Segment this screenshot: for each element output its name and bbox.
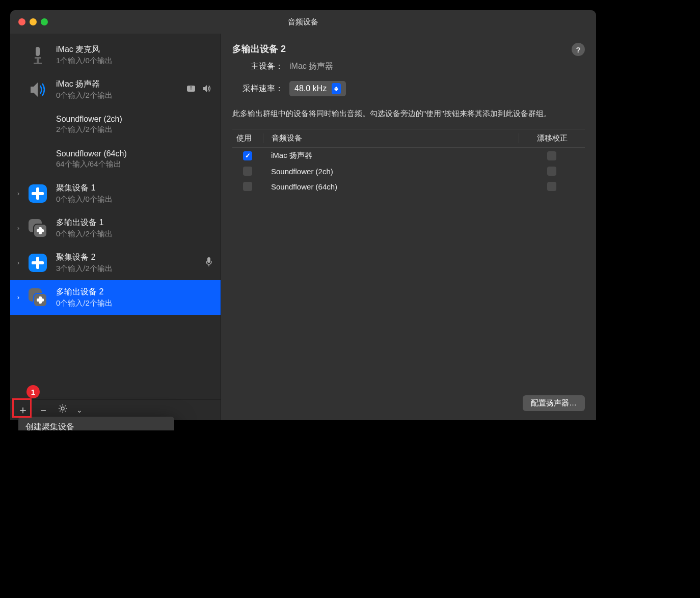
chevron-right-icon[interactable]: › [17, 259, 19, 266]
sample-rate-label: 采样速率： [232, 84, 283, 94]
remove-button[interactable]: － [38, 402, 49, 418]
svg-rect-1 [35, 57, 41, 59]
microphone-icon [26, 44, 49, 66]
use-checkbox[interactable] [243, 151, 252, 160]
device-soundflower-2ch[interactable]: Soundflower (2ch) 2个输入/2个输出 [10, 107, 221, 142]
device-name: 聚集设备 2 [56, 252, 205, 263]
configure-speakers-button[interactable]: 配置扬声器… [523, 395, 585, 411]
panel-title: 多输出设备 2 [232, 43, 572, 55]
audio-devices-window: 音频设备 iMac 麦克风 1个输入/0个输出 [10, 10, 596, 420]
svg-line-30 [65, 405, 66, 406]
drift-checkbox[interactable] [547, 182, 556, 191]
microphone-small-icon [205, 257, 212, 269]
window-title: 音频设备 [10, 17, 596, 27]
chevron-right-icon[interactable]: › [17, 225, 19, 232]
device-multi-output-2[interactable]: › 多输出设备 2 0个输入/2个输出 [10, 280, 221, 315]
use-checkbox[interactable] [243, 182, 252, 191]
multi-output-icon [26, 286, 49, 309]
device-sub: 0个输入/2个输出 [56, 298, 216, 308]
svg-text:!: ! [190, 86, 192, 91]
svg-rect-16 [207, 257, 210, 263]
svg-line-28 [65, 411, 66, 412]
menu-label: 创建聚集设备 [25, 422, 74, 430]
help-button[interactable]: ? [572, 43, 585, 56]
table-header: 使用 音频设备 漂移校正 [232, 129, 585, 148]
device-name: 多输出设备 1 [56, 218, 216, 228]
chevron-down-icon[interactable]: ⌄ [76, 406, 83, 414]
svg-rect-21 [37, 298, 44, 302]
aggregate-icon [26, 252, 49, 274]
svg-rect-15 [32, 261, 44, 264]
speaker-small-icon [202, 85, 212, 95]
svg-rect-3 [34, 63, 42, 64]
device-name: 聚集设备 1 [56, 183, 216, 194]
chevron-right-icon[interactable]: › [17, 190, 19, 197]
device-soundflower-64ch[interactable]: Soundflower (64ch) 64个输入/64个输出 [10, 142, 221, 176]
device-name: iMac 扬声器 [56, 79, 187, 90]
blank-icon [26, 113, 49, 135]
device-sub: 64个输入/64个输出 [56, 159, 216, 169]
svg-line-27 [60, 405, 61, 406]
chevron-right-icon[interactable]: › [17, 294, 19, 301]
description-text: 此多输出群组中的设备将同时输出音频。勾选设备旁边的"使用"按钮来将其添加到此设备… [232, 107, 585, 120]
device-name: Soundflower (64ch) [56, 149, 216, 158]
col-device: 音频设备 [263, 133, 519, 143]
master-device-value: iMac 扬声器 [289, 61, 333, 72]
sidebar: iMac 麦克风 1个输入/0个输出 iMac 扬声器 0个输入/2个输出 ! [10, 34, 221, 420]
annotation-box-1 [12, 398, 32, 418]
device-name: iMac 麦克风 [56, 44, 216, 55]
device-aggregate-2[interactable]: › 聚集设备 2 3个输入/2个输出 [10, 246, 221, 280]
table-row: Soundflower (64ch) [232, 179, 585, 194]
master-device-label: 主设备： [232, 61, 283, 72]
add-menu-popup: 创建聚集设备 创建多输出设备 2 连接"隔空播放"设备 › [18, 417, 174, 430]
device-imac-mic[interactable]: iMac 麦克风 1个输入/0个输出 [10, 38, 221, 72]
menu-create-aggregate[interactable]: 创建聚集设备 [18, 417, 174, 430]
table-row: iMac 扬声器 [232, 148, 585, 164]
device-aggregate-1[interactable]: › 聚集设备 1 0个输入/0个输出 [10, 176, 221, 211]
svg-rect-12 [37, 229, 44, 232]
device-multi-output-1[interactable]: › 多输出设备 1 0个输入/2个输出 [10, 211, 221, 246]
col-use: 使用 [232, 133, 263, 143]
svg-rect-8 [32, 192, 44, 195]
sample-rate-select[interactable]: 48.0 kHz [289, 81, 346, 96]
svg-line-29 [60, 411, 61, 412]
drift-checkbox[interactable] [547, 167, 556, 176]
drift-checkbox[interactable] [547, 151, 556, 160]
aggregate-icon [26, 182, 49, 205]
device-sub: 3个输入/2个输出 [56, 264, 205, 274]
use-checkbox[interactable] [243, 167, 252, 176]
device-imac-speaker[interactable]: iMac 扬声器 0个输入/2个输出 ! [10, 72, 221, 107]
volume-indicator-icon: ! [187, 85, 197, 95]
device-sub: 0个输入/0个输出 [56, 195, 216, 204]
svg-rect-0 [36, 47, 40, 56]
select-arrows-icon [332, 83, 341, 94]
row-device-name: Soundflower (64ch) [263, 182, 519, 191]
device-name: Soundflower (2ch) [56, 115, 216, 124]
sample-rate-value: 48.0 kHz [294, 84, 327, 93]
table-row: Soundflower (2ch) [232, 164, 585, 179]
annotation-badge-1: 1 [26, 385, 40, 398]
titlebar: 音频设备 [10, 10, 596, 34]
blank-icon [26, 148, 49, 170]
svg-point-22 [61, 407, 64, 410]
main-panel: 多输出设备 2 主设备： iMac 扬声器 采样速率： 48.0 kHz ? [221, 34, 596, 420]
row-device-name: Soundflower (2ch) [263, 167, 519, 176]
device-sub: 0个输入/2个输出 [56, 229, 216, 239]
device-list: iMac 麦克风 1个输入/0个输出 iMac 扬声器 0个输入/2个输出 ! [10, 34, 221, 399]
speaker-icon [26, 78, 49, 101]
device-name: 多输出设备 2 [56, 287, 216, 297]
device-sub: 1个输入/0个输出 [56, 56, 216, 66]
device-table: 使用 音频设备 漂移校正 iMac 扬声器 Soundflower (2ch) … [232, 129, 585, 194]
device-sub: 0个输入/2个输出 [56, 91, 187, 100]
device-sub: 2个输入/2个输出 [56, 125, 216, 134]
svg-rect-2 [37, 59, 39, 63]
gear-icon[interactable] [58, 404, 67, 416]
col-drift: 漂移校正 [519, 133, 585, 143]
row-device-name: iMac 扬声器 [263, 151, 519, 160]
multi-output-icon [26, 217, 49, 239]
